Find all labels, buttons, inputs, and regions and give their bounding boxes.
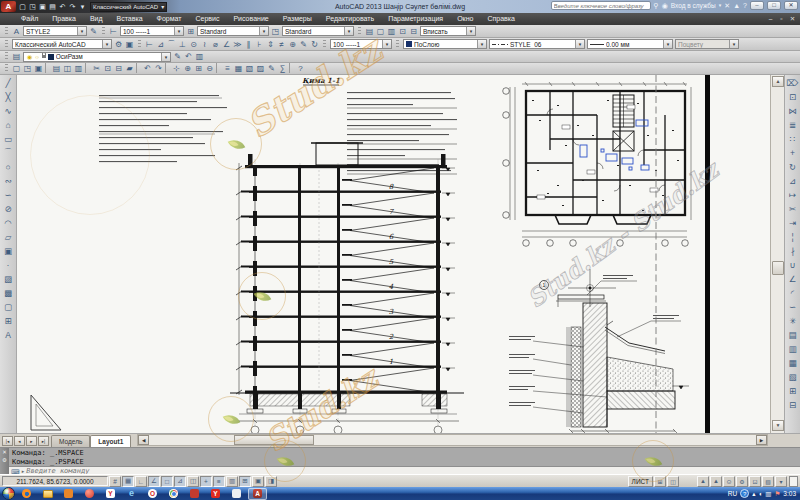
otrack-toggle[interactable]: ⊿ [174, 476, 186, 487]
menu-edit[interactable]: Правка [45, 13, 83, 25]
chevron-down-icon[interactable]: ▾ [719, 1, 722, 10]
rotate-icon[interactable]: ↻ [786, 160, 800, 174]
coordinates-display[interactable]: 211.7624, 85.6723, 0.0000 [2, 476, 108, 486]
close-icon[interactable]: ✕ [2, 449, 7, 455]
vertical-scroll-thumb[interactable] [772, 261, 784, 275]
taskbar-yandex-2[interactable]: Y [206, 488, 225, 500]
undo-icon[interactable]: ↶ [142, 63, 153, 74]
taskbar-app-orange[interactable] [59, 488, 78, 500]
qat-redo-icon[interactable]: ↷ [68, 2, 77, 12]
restore-button[interactable]: □ [767, 1, 781, 10]
menu-format[interactable]: Формат [150, 13, 189, 25]
taskbar-yandex[interactable]: Y [101, 488, 120, 500]
workspace-combo-titlebar[interactable]: Классический AutoCAD ▾ [90, 2, 167, 12]
insert-block-icon[interactable]: ▱ [1, 230, 15, 244]
dim-angular-icon[interactable]: ∠ [221, 39, 232, 50]
toolbar-grip[interactable] [5, 52, 8, 61]
snap-toggle[interactable]: # [109, 476, 121, 487]
plot-preview-icon[interactable]: ◫ [62, 63, 73, 74]
taskbar-autocad[interactable]: A [248, 488, 267, 500]
array-icon[interactable]: ∷ [786, 132, 800, 146]
qat-save-icon[interactable]: ▣ [38, 2, 47, 12]
dim-aligned-icon[interactable]: ⊿ [155, 39, 166, 50]
dim-jogged-icon[interactable]: ≀ [199, 39, 210, 50]
help-icon[interactable]: ? [743, 1, 747, 10]
chamfer-icon[interactable]: ∠ [786, 272, 800, 286]
model-toggle[interactable]: ◨ [265, 476, 277, 487]
dim-continue-icon[interactable]: ⊦ [254, 39, 265, 50]
create-block-icon[interactable]: ▣ [1, 244, 15, 258]
qat-plot-icon[interactable]: ▤ [48, 2, 57, 12]
dyn-toggle[interactable]: + [200, 476, 212, 487]
status-menu-arrow[interactable]: ▾ [775, 476, 787, 487]
menu-modify[interactable]: Редактировать [319, 13, 381, 25]
ellipse-icon[interactable]: ⊘ [1, 202, 15, 216]
transparency-toggle[interactable]: ▥ [226, 476, 238, 487]
edit-hatch-icon[interactable]: ⊞ [786, 384, 800, 398]
dim-center-mark-icon[interactable]: ⊕ [287, 39, 298, 50]
layer-combo[interactable]: ◉ ☼ ОсиРазм ▾ [23, 52, 171, 62]
anno-auto-icon[interactable]: ⊟ [408, 26, 419, 37]
doc-minimize-button[interactable]: – [766, 15, 775, 23]
toolbar-lock-icon[interactable]: ⊡ [749, 476, 761, 487]
table-style-combo[interactable]: Standard ▾ [197, 26, 269, 36]
toolbar-grip[interactable] [5, 40, 8, 49]
menu-parametric[interactable]: Параметризация [381, 13, 450, 25]
qat-undo-icon[interactable]: ↶ [58, 2, 67, 12]
text-edit-icon[interactable]: ✎ [88, 26, 99, 37]
group-icon[interactable]: ▦ [786, 356, 800, 370]
dim-break-icon[interactable]: ≠ [276, 39, 287, 50]
clean-screen-button[interactable] [789, 476, 798, 487]
layer-properties-icon[interactable]: ▤ [11, 51, 22, 62]
start-button[interactable] [2, 487, 15, 500]
minimize-button[interactable]: – [750, 1, 764, 10]
plot-icon[interactable]: ▤ [51, 63, 62, 74]
extend-icon[interactable]: ⇥ [786, 216, 800, 230]
annotation-scale-icon[interactable]: ▲ [697, 476, 709, 487]
toolbar-grip[interactable] [323, 40, 326, 49]
hidden-icons-arrow[interactable]: ▴ [752, 490, 755, 498]
designcenter-icon[interactable]: ▦ [233, 63, 244, 74]
tab-last-icon[interactable]: ▸| [38, 436, 49, 446]
vertical-scrollbar[interactable]: ▲ ▼ [770, 75, 784, 433]
quickprops-toggle[interactable]: ⊞ [239, 476, 251, 487]
toolbar-grip[interactable] [396, 40, 399, 49]
zoom-realtime-icon[interactable]: ⊕ [182, 63, 193, 74]
drawing-canvas[interactable]: Қима 1-1 [17, 75, 770, 433]
stretch-icon[interactable]: ↦ [786, 188, 800, 202]
ducs-toggle[interactable]: ◫ [187, 476, 199, 487]
copy-icon[interactable]: ⊡ [786, 90, 800, 104]
menu-insert[interactable]: Вставка [110, 13, 150, 25]
anno-visibility-icon[interactable]: ▤ [364, 26, 375, 37]
anno-delete-scale-icon[interactable]: ▥ [386, 26, 397, 37]
osnap-toggle[interactable]: □ [161, 476, 173, 487]
open-icon[interactable]: ◳ [22, 63, 33, 74]
grid-toggle[interactable]: ▦ [122, 476, 134, 487]
text-style-combo[interactable]: STYLE2 ▾ [23, 26, 87, 36]
help-icon[interactable]: ? [295, 63, 306, 74]
scroll-up-button[interactable]: ▲ [772, 76, 784, 87]
quick-view-drawings-icon[interactable]: ◫ [667, 476, 679, 487]
workspace-switch-icon[interactable]: ⚙ [736, 476, 748, 487]
mleader-style-combo[interactable]: Standard ▾ [282, 26, 354, 36]
redo-icon[interactable]: ↷ [153, 63, 164, 74]
quick-view-layouts-icon[interactable]: ⊞ [654, 476, 666, 487]
taskbar-opera[interactable]: O [143, 488, 162, 500]
cut-icon[interactable]: ✂ [91, 63, 102, 74]
zoom-window-icon[interactable]: ⊞ [193, 63, 204, 74]
copy-clip-icon[interactable]: ⊡ [102, 63, 113, 74]
copy-sheet-icon[interactable]: ▤ [786, 328, 800, 342]
tab-next-icon[interactable]: ▸ [26, 436, 37, 446]
anno-sync-icon[interactable]: ⊡ [397, 26, 408, 37]
qat-new-icon[interactable]: ▢ [18, 2, 27, 12]
workspace-save-icon[interactable]: ▣ [124, 39, 135, 50]
ellipse-arc-icon[interactable]: ◠ [1, 216, 15, 230]
menu-help[interactable]: Справка [480, 13, 521, 25]
explode-icon[interactable]: ✳ [786, 314, 800, 328]
color-combo[interactable]: ПоСлою ▾ [403, 39, 487, 49]
selection-toggle[interactable]: ▣ [252, 476, 264, 487]
workspace-combo[interactable]: Классический AutoCAD ▾ [12, 39, 112, 49]
doc-restore-button[interactable]: ▫ [777, 15, 786, 23]
properties-icon[interactable]: ≡ [222, 63, 233, 74]
command-window-handle[interactable]: ✕ ⚙ [0, 448, 9, 475]
